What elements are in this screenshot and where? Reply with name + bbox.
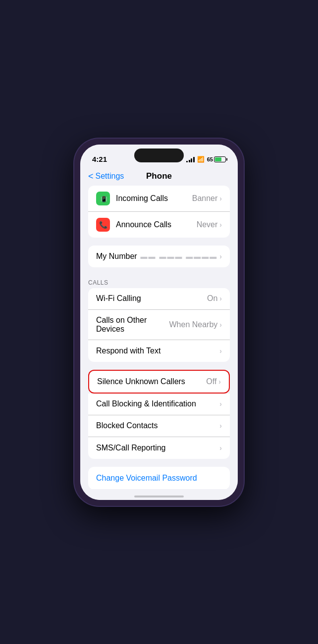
blocked-contacts-label: Blocked Contacts [96,421,219,430]
silence-unknown-callers-label: Silence Unknown Callers [97,377,206,386]
wifi-calling-label: Wi-Fi Calling [96,294,207,303]
nav-bar: < Settings Phone [80,169,238,186]
calls-other-devices-chevron: › [219,321,222,329]
battery-icon: 65 [207,156,226,162]
respond-with-text-label: Respond with Text [96,347,219,355]
sms-reporting-row[interactable]: SMS/Call Reporting › [88,437,230,459]
blocking-group: Call Blocking & Identification › Blocked… [88,394,230,459]
calls-section-label: Calls [80,275,238,288]
my-number-value: ▬▬ ▬▬▬ ▬▬▬▬ [141,252,218,260]
call-blocking-label: Call Blocking & Identification [96,399,219,408]
calls-other-devices-value: When Nearby [169,320,218,329]
call-blocking-chevron: › [219,400,222,408]
settings-content: 📳 Incoming Calls Banner › 📞 Announce Cal… [80,186,238,489]
incoming-calls-label: Incoming Calls [116,194,192,203]
wifi-calling-chevron: › [219,295,222,302]
incoming-calls-row[interactable]: 📳 Incoming Calls Banner › [88,186,230,212]
back-button[interactable]: < Settings [88,171,124,182]
my-number-row[interactable]: My Number ▬▬ ▬▬▬ ▬▬▬▬ › [88,246,230,267]
respond-with-text-chevron: › [219,347,222,355]
wifi-icon: 📶 [197,156,205,163]
notifications-group: 📳 Incoming Calls Banner › 📞 Announce Cal… [88,186,230,238]
home-indicator [80,489,238,500]
calls-section: Calls Wi-Fi Calling On › Calls on Other … [80,275,238,362]
status-time: 4:21 [92,155,107,163]
silence-unknown-callers-row[interactable]: Silence Unknown Callers Off › [89,371,229,393]
signal-icon [186,156,195,162]
phone-screen: 4:21 📶 65 < S [80,145,238,500]
home-bar [134,495,184,497]
announce-calls-value: Never [197,220,218,229]
silence-unknown-callers-value: Off [206,377,216,386]
wifi-calling-row[interactable]: Wi-Fi Calling On › [88,288,230,310]
silence-unknown-callers-chevron: › [218,378,221,386]
silence-unknown-callers-highlighted: Silence Unknown Callers Off › [88,370,230,394]
announce-calls-chevron: › [219,221,222,229]
sms-reporting-chevron: › [219,444,222,452]
back-label: Settings [96,172,124,181]
my-number-label: My Number [96,252,141,261]
status-icons: 📶 65 [186,156,226,163]
incoming-calls-chevron: › [219,195,222,202]
calls-group: Wi-Fi Calling On › Calls on Other Device… [88,288,230,362]
blocked-contacts-chevron: › [219,422,222,430]
call-blocking-row[interactable]: Call Blocking & Identification › [88,394,230,415]
blocked-contacts-row[interactable]: Blocked Contacts › [88,415,230,437]
calls-other-devices-row[interactable]: Calls on Other Devices When Nearby › [88,310,230,340]
incoming-calls-icon: 📳 [96,192,110,205]
calls-other-devices-label: Calls on Other Devices [96,316,169,334]
my-number-group: My Number ▬▬ ▬▬▬ ▬▬▬▬ › [88,246,230,267]
incoming-calls-value: Banner [192,194,218,203]
back-chevron-icon: < [88,171,94,182]
announce-calls-icon: 📞 [96,218,110,232]
page-title: Phone [146,171,172,181]
respond-with-text-row[interactable]: Respond with Text › [88,340,230,362]
svg-text:📳: 📳 [101,196,107,202]
dynamic-island [134,149,184,162]
announce-calls-label: Announce Calls [116,220,197,229]
announce-calls-row[interactable]: 📞 Announce Calls Never › [88,212,230,238]
sms-reporting-label: SMS/Call Reporting [96,444,219,452]
change-voicemail-label: Change Voicemail Password [96,474,197,482]
phone-frame: 4:21 📶 65 < S [74,139,244,506]
wifi-calling-value: On [207,294,217,303]
my-number-chevron: › [219,252,222,260]
change-voicemail-card[interactable]: Change Voicemail Password [88,467,230,489]
